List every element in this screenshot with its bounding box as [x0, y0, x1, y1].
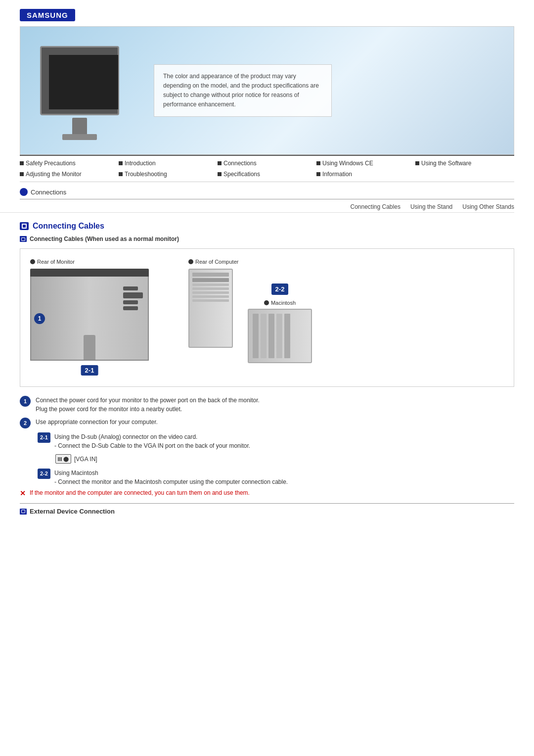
vga-pin-3: [61, 457, 62, 461]
vga-connector-row: ⬤ [VGA IN]: [55, 452, 514, 466]
nav-troubleshooting[interactable]: Troubleshooting: [119, 170, 218, 179]
rear-computer-label: Rear of Computer: [188, 259, 504, 265]
label-dot-icon: [30, 259, 35, 264]
computer-drive-slot: [192, 273, 229, 277]
macintosh-tower: [248, 309, 312, 363]
section-heading: Connecting Cables: [20, 222, 514, 231]
step-badge-box-2-2: 2-2: [38, 469, 50, 479]
step-2-1-badge: 2-1: [81, 365, 98, 376]
breadcrumb-label: Connections: [31, 189, 66, 196]
stand-arm: [84, 335, 95, 360]
monitor-base: [62, 134, 97, 140]
nav-using-windows-ce[interactable]: Using Windows CE: [316, 159, 415, 168]
nav-adjusting-monitor[interactable]: Adjusting the Monitor: [20, 170, 119, 179]
port-panel: [123, 286, 143, 310]
nav-introduction[interactable]: Introduction: [119, 159, 218, 168]
sub-instruction-2-2-content: Using Macintosh - Connect the monitor an…: [54, 469, 288, 486]
mac-slot-2: [261, 314, 267, 358]
label-dot-icon: [188, 259, 193, 264]
diagram-box: Rear of Monitor: [20, 248, 514, 387]
header: SAMSUNG: [0, 0, 534, 21]
step-badge-2: 2: [20, 418, 31, 428]
sub-row-2-2: 2-2 Using Macintosh - Connect the monito…: [38, 469, 514, 486]
nav-specifications[interactable]: Specifications: [218, 170, 316, 179]
computer-card-slot-4: [192, 295, 229, 298]
port-strip: [30, 269, 149, 277]
sub-nav-using-stand[interactable]: Using the Stand: [410, 203, 452, 210]
nav-bullet-icon: [218, 161, 222, 165]
nav-bullet-icon: [415, 161, 419, 165]
mac-slot-4: [276, 314, 282, 358]
mac-slot-1: [253, 314, 259, 358]
instruction-text-2: Use appropriate connection for your comp…: [36, 418, 158, 426]
breadcrumb-bar: Connections: [20, 188, 514, 199]
computer-drive-slot-2: [192, 278, 229, 282]
nav-information[interactable]: Information: [316, 170, 415, 179]
divider: [20, 503, 514, 504]
monitor-illustration: [35, 41, 134, 140]
sub-section-icon: [20, 236, 27, 242]
main-content: Connecting Cables Connecting Cables (Whe…: [20, 222, 514, 515]
sub-instruction-2-1: 2-1 Using the D-sub (Analog) connector o…: [38, 432, 514, 466]
step-badge-box-2-1: 2-1: [38, 432, 50, 443]
sub-instruction-2-1-content: Using the D-sub (Analog) connector on th…: [54, 432, 250, 450]
note-x-icon: ✕: [20, 489, 26, 497]
note-text: If the monitor and the computer are conn…: [30, 489, 250, 496]
computer-rear-section: Rear of Computer: [188, 259, 504, 363]
vga-pin-1: [58, 457, 59, 461]
mac-slot-5: [284, 314, 290, 358]
port-slot-3: [123, 306, 138, 310]
nav-safety-precautions[interactable]: Safety Precautions: [20, 159, 119, 168]
vga-pins: [58, 457, 62, 461]
label-dot-icon: [264, 300, 269, 305]
nav-empty: [415, 170, 514, 179]
computer-card-slot-3: [192, 291, 229, 294]
mac-slot-3: [268, 314, 274, 358]
monitor-rear-illustration: 1 2-1: [30, 269, 149, 361]
tower-computer: [188, 269, 233, 348]
monitor-frame: [40, 46, 119, 115]
breadcrumb-icon: [20, 188, 28, 196]
note-row: ✕ If the monitor and the computer are co…: [20, 489, 514, 497]
computer-card-slot-5: [192, 299, 229, 302]
external-device-label: External Device Connection: [30, 508, 115, 515]
samsung-logo: SAMSUNG: [20, 9, 75, 21]
nav-bullet-icon: [20, 161, 24, 165]
instructions-list: 1 Connect the power cord for your monito…: [20, 396, 514, 515]
nav-bullet-icon: [119, 161, 123, 165]
ext-section-icon-inner: [21, 510, 25, 513]
macintosh-label: Macintosh: [264, 300, 296, 306]
computer-card-slot-2: [192, 287, 229, 290]
rear-monitor-label: Rear of Monitor: [30, 259, 169, 265]
vga-label: [VGA IN]: [74, 455, 97, 464]
nav-menu: Safety Precautions Introduction Connecti…: [20, 155, 514, 182]
sub-nav-connecting-cables[interactable]: Connecting Cables: [350, 203, 400, 210]
nav-connections[interactable]: Connections: [218, 159, 316, 168]
nav-using-software[interactable]: Using the Software: [415, 159, 514, 168]
badge-22-area: 2-2 Macintosh: [248, 284, 312, 363]
sub-nav: Connecting Cables Using the Stand Using …: [0, 203, 514, 213]
section-icon: [20, 222, 29, 230]
vga-pin-2: [59, 457, 60, 461]
hero-disclaimer: The color and appearance of the product …: [154, 64, 332, 117]
sub-row-2-1: 2-1 Using the D-sub (Analog) connector o…: [38, 432, 514, 450]
monitor-screen: [49, 55, 118, 109]
sub-section-title: Connecting Cables (When used as a normal…: [30, 236, 179, 242]
nav-bullet-icon: [218, 172, 222, 176]
nav-bullet-icon: [20, 172, 24, 176]
sub-section-icon-inner: [21, 237, 25, 241]
instruction-text-1: Connect the power cord for your monitor …: [36, 396, 260, 414]
port-slot-2: [123, 300, 138, 304]
computer-diagram-side: Rear of Computer: [188, 259, 504, 363]
section-icon-inner: [22, 224, 27, 229]
sub-nav-using-other-stands[interactable]: Using Other Stands: [462, 203, 514, 210]
instruction-step-1: 1 Connect the power cord for your monito…: [20, 396, 514, 414]
vga-connector-icon: ⬤: [55, 454, 71, 464]
monitor-body-rear: [30, 277, 149, 361]
port-vga: [123, 292, 143, 298]
step-1-badge: 1: [34, 313, 45, 324]
external-device-heading: External Device Connection: [20, 508, 514, 515]
nav-bullet-icon: [316, 161, 320, 165]
step-2-2-badge: 2-2: [271, 284, 289, 295]
instruction-step-2: 2 Use appropriate connection for your co…: [20, 418, 514, 428]
